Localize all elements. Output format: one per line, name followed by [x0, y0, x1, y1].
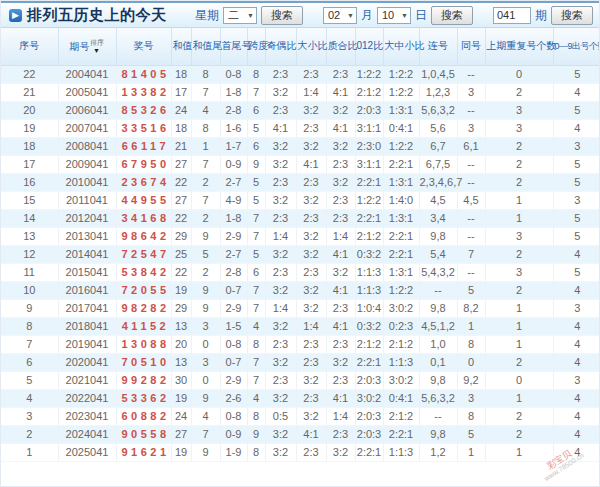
sort-control[interactable]: 排序▼ [89, 39, 105, 54]
cell: 1,0 [419, 335, 457, 353]
cell: 5 [247, 173, 265, 191]
table-row: 162010041236742222-752:32:33:22:2:11:3:1… [1, 173, 600, 191]
page: ▶ 排列五历史上的今天 星期 二 ▼ 搜索 02 ▼ 月 10 ▼ 日 搜索 期 [0, 0, 600, 487]
cell: 1:1:3 [383, 353, 419, 371]
col-header-7: 奇偶比 [265, 28, 296, 65]
month-select[interactable]: 02 ▼ [323, 7, 357, 24]
period-label: 期 [535, 7, 547, 24]
cell: 1:0:4 [355, 299, 383, 317]
cell: 2:3 [265, 371, 296, 389]
cell: 2-7 [220, 173, 247, 191]
table-row: 182008041661172111-763:23:23:22:3:01:2:2… [1, 137, 600, 155]
cell: 41152 [116, 317, 171, 335]
table-row: 42022041533621992-643:22:34:13:0:20:4:15… [1, 389, 600, 407]
cell: 4:1 [326, 317, 355, 335]
cell: 2:3 [296, 65, 326, 83]
date-search-button[interactable]: 搜索 [431, 6, 473, 25]
cell: 1-8 [220, 209, 247, 227]
cell: 4 [553, 335, 600, 353]
cell: 22 [171, 173, 191, 191]
cell: 9,8 [419, 299, 457, 317]
cell: 2006041 [58, 101, 116, 119]
cell: 20 [1, 101, 58, 119]
cell: 21 [171, 137, 191, 155]
cell: 3:2 [265, 245, 296, 263]
cell: 0:4:1 [383, 119, 419, 137]
cell: 0:3:2 [355, 245, 383, 263]
cell: 2:3 [265, 263, 296, 281]
cell: 2:3 [296, 335, 326, 353]
cell: 8 [191, 119, 220, 137]
cell: 1 [485, 443, 553, 461]
cell: 0:5 [265, 407, 296, 425]
cell: 1:2:2 [355, 191, 383, 209]
cell: 1:4 [296, 83, 326, 101]
period-search-button[interactable]: 搜索 [551, 6, 593, 25]
cell: 3:0:2 [383, 371, 419, 389]
col-header-label: 期号 [70, 39, 82, 54]
cell: 22 [1, 65, 58, 83]
cell: -- [457, 101, 485, 119]
table-row: 12025041916211991-983:22:33:22:2:11:1:31… [1, 443, 600, 461]
cell: 3:2 [296, 101, 326, 119]
cell: 10 [1, 281, 58, 299]
cell: 2004041 [58, 65, 116, 83]
cell: 1:1:3 [383, 443, 419, 461]
title-bullet-icon: ▶ [9, 9, 22, 22]
cell: 1:1:3 [355, 263, 383, 281]
cell: 1:3:1 [383, 101, 419, 119]
cell: 5 [553, 173, 600, 191]
cell: 2 [485, 425, 553, 443]
cell: 5 [457, 281, 485, 299]
cell: 0-8 [220, 335, 247, 353]
table-row: 62020041705101330-773:22:33:22:2:11:1:30… [1, 353, 600, 371]
col-header-0: 序号 [1, 28, 58, 65]
cell: 5 [553, 101, 600, 119]
cell: 2-8 [220, 101, 247, 119]
cell: 1 [485, 209, 553, 227]
table-row: 202006041853262442-862:33:23:22:0:31:3:1… [1, 101, 600, 119]
cell: 5 [553, 263, 600, 281]
cell: -- [419, 407, 457, 425]
cell: 3:2 [326, 173, 355, 191]
cell: 2:3 [326, 155, 355, 173]
cell: 2014041 [58, 245, 116, 263]
cell: 2:3 [326, 191, 355, 209]
week-search-button[interactable]: 搜索 [261, 6, 303, 25]
cell: 4:1 [296, 155, 326, 173]
cell: 3 [553, 191, 600, 209]
cell: 2 [485, 245, 553, 263]
table-row: 172009041679502770-993:24:12:33:1:12:2:1… [1, 155, 600, 173]
cell: 1:4 [326, 227, 355, 245]
cell: 9 [191, 389, 220, 407]
cell: 19 [171, 443, 191, 461]
table-row: 72019041130882000-882:32:32:32:1:22:1:21… [1, 335, 600, 353]
cell: 2:2:1 [383, 155, 419, 173]
period-input[interactable] [493, 7, 531, 24]
cell: 6 [247, 137, 265, 155]
cell: 3:2 [296, 245, 326, 263]
cell: 3:2 [296, 191, 326, 209]
cell: 1:2:2 [355, 65, 383, 83]
cell: 3 [1, 407, 58, 425]
header-row: 序号期号排序▼奖号和值和值尾首尾号跨度奇偶比大小比质合比012比大中小比连号同号… [1, 28, 600, 65]
cell: 7 [1, 335, 58, 353]
cell: 3:2 [296, 407, 326, 425]
col-header-9: 质合比 [326, 28, 355, 65]
col-header-2: 奖号 [116, 28, 171, 65]
week-select[interactable]: 二 ▼ [223, 7, 257, 24]
cell: 1-5 [220, 317, 247, 335]
cell: 2023041 [58, 407, 116, 425]
cell: 66117 [116, 137, 171, 155]
cell: 4:1 [265, 119, 296, 137]
cell: 19 [171, 281, 191, 299]
cell: 5,6,3,2 [419, 101, 457, 119]
cell: 5 [247, 191, 265, 209]
day-select[interactable]: 10 ▼ [377, 7, 411, 24]
cell: 0:4:1 [383, 389, 419, 407]
cell: 4 [553, 83, 600, 101]
cell: 5,6 [419, 119, 457, 137]
col-header-3: 和值 [171, 28, 191, 65]
cell: 2:2:1 [355, 443, 383, 461]
cell: 1:2:2 [383, 65, 419, 83]
